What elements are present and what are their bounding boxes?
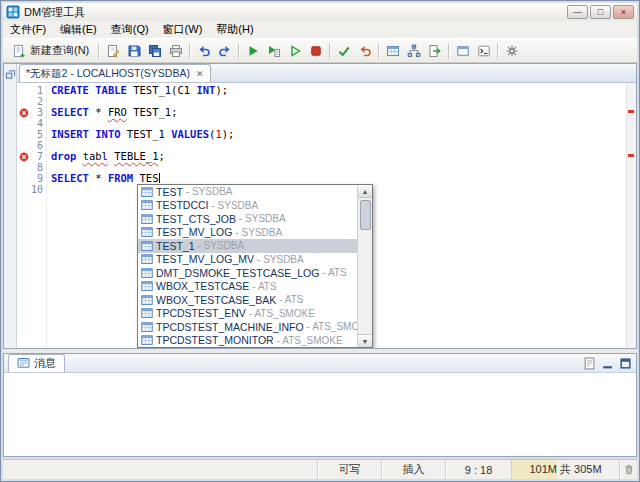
line-number: 6 (30, 140, 46, 151)
autocomplete-item-schema: - ATS (279, 294, 303, 305)
messages-panel: 消息 (3, 353, 637, 457)
tab-label: *无标题2 - LOCALHOST(SYSDBA) (26, 67, 190, 81)
overview-ruler[interactable] (626, 83, 636, 348)
redo-icon[interactable] (214, 40, 235, 61)
run-script-icon[interactable] (263, 40, 284, 61)
code-token: ); (222, 128, 235, 140)
scroll-down-icon[interactable]: ▼ (358, 334, 373, 347)
code-text: SELECT * FRO TEST_1; (46, 107, 177, 118)
table-icon (141, 321, 153, 333)
autocomplete-item[interactable]: TPCDSTEST_ENV - ATS_SMOKE (138, 307, 357, 321)
query-plan-icon[interactable] (403, 40, 424, 61)
code-text: CREATE TABLE TEST_1(C1 INT); (46, 85, 228, 96)
autocomplete-item[interactable]: TEST_MV_LOG_MV - SYSDBA (138, 253, 357, 267)
toolbar-separator (448, 43, 449, 59)
table-icon (141, 186, 153, 198)
save-all-icon[interactable] (144, 40, 165, 61)
stop-icon[interactable] (305, 40, 326, 61)
autocomplete-item[interactable]: TEST - SYSDBA (138, 185, 357, 199)
rollback-icon[interactable] (354, 40, 375, 61)
export-icon[interactable] (424, 40, 445, 61)
table-icon (141, 280, 153, 292)
autocomplete-item[interactable]: DMT_DSMOKE_TESTCASE_LOG - ATS (138, 266, 357, 280)
commit-icon[interactable] (333, 40, 354, 61)
code-line: 9SELECT * FROM TES (17, 173, 636, 184)
tab-messages[interactable]: 消息 (8, 354, 65, 372)
code-token: INSERT INTO (51, 128, 121, 140)
autocomplete-item-schema: - ATS (252, 281, 276, 292)
messages-header: 消息 (4, 354, 636, 373)
autocomplete-item-schema: - SYSDBA (235, 227, 282, 238)
autocomplete-item[interactable]: WBOX_TESTCASE_BAK - ATS (138, 293, 357, 307)
code-token: SELECT (51, 172, 89, 184)
autocomplete-item[interactable]: TEST_MV_LOG - SYSDBA (138, 226, 357, 240)
editor-tab-bar: *无标题2 - LOCALHOST(SYSDBA) ✕ (17, 64, 636, 83)
minimize-button[interactable]: — (567, 5, 588, 19)
tab-close-icon[interactable]: ✕ (196, 69, 204, 79)
autocomplete-item-schema: - SYSDBA (257, 254, 304, 265)
autocomplete-item-label: TPCDSTEST_MONITOR (156, 334, 274, 346)
sql-editor[interactable]: 1CREATE TABLE TEST_1(C1 INT);23SELECT * … (17, 83, 636, 348)
panel-doc-icon[interactable] (583, 356, 596, 369)
code-token: ; (159, 150, 165, 162)
toolbar-separator (98, 43, 99, 59)
run-selection-icon[interactable] (284, 40, 305, 61)
console-icon[interactable] (473, 40, 494, 61)
app-window: DM管理工具 — □ × 文件(F)编辑(E)查询(Q)窗口(W)帮助(H) 新… (0, 0, 640, 482)
heap-status: 101M 共 305M (511, 460, 619, 479)
line-number: 2 (30, 96, 46, 107)
restore-view-icon[interactable] (5, 66, 16, 77)
autocomplete-item[interactable]: WBOX_TESTCASE - ATS (138, 280, 357, 294)
autocomplete-scrollbar[interactable]: ▲ ▼ (357, 185, 372, 347)
new-window-icon[interactable] (452, 40, 473, 61)
table-icon (141, 334, 153, 346)
code-line: 3SELECT * FRO TEST_1; (17, 107, 636, 118)
status-empty-segment (3, 460, 317, 479)
garbage-collect-button[interactable] (619, 460, 637, 479)
autocomplete-popup: TEST - SYSDBATESTDCCI - SYSDBATEST_CTS_J… (137, 184, 373, 348)
line-number: 3 (30, 107, 46, 118)
tab-untitled2[interactable]: *无标题2 - LOCALHOST(SYSDBA) ✕ (19, 64, 211, 82)
toolbar: 新建查询(N) (3, 38, 637, 63)
autocomplete-item-label: TEST_MV_LOG_MV (156, 253, 254, 265)
error-ruler-mark[interactable] (628, 110, 634, 113)
result-grid-icon[interactable] (382, 40, 403, 61)
autocomplete-item[interactable]: TPCDSTEST_MONITOR - ATS_SMOKE (138, 334, 357, 348)
code-line: 1CREATE TABLE TEST_1(C1 INT); (17, 85, 636, 96)
autocomplete-item-schema: - SYSDBA (239, 213, 286, 224)
maximize-button[interactable]: □ (590, 5, 611, 19)
insert-mode-status: 插入 (381, 460, 445, 479)
autocomplete-item-schema: - ATS (322, 267, 346, 278)
autocomplete-item[interactable]: TPCDSTEST_MACHINE_INFO - ATS_SMOKE (138, 320, 357, 334)
code-text: INSERT INTO TEST_1 VALUES(1); (46, 129, 234, 140)
window-controls: — □ × (567, 5, 634, 19)
autocomplete-item-schema: - SYSDBA (198, 240, 245, 251)
code-token: SELECT (51, 106, 89, 118)
minimize-panel-icon[interactable] (601, 356, 614, 369)
print-icon[interactable] (165, 40, 186, 61)
autocomplete-item[interactable]: TESTDCCI - SYSDBA (138, 199, 357, 213)
autocomplete-item[interactable]: TEST_CTS_JOB - SYSDBA (138, 212, 357, 226)
menu-item-4[interactable]: 窗口(W) (156, 21, 210, 38)
menu-item-1[interactable]: 文件(F) (3, 21, 53, 38)
menu-item-3[interactable]: 查询(Q) (104, 21, 156, 38)
code-line: 7drop tabl TEBLE_1; (17, 151, 636, 162)
menu-item-2[interactable]: 编辑(E) (53, 21, 104, 38)
edit-doc-icon[interactable] (102, 40, 123, 61)
error-ruler-mark[interactable] (628, 154, 634, 157)
toolbar-separator (378, 43, 379, 59)
autocomplete-item[interactable]: TEST_1 - SYSDBA (138, 239, 357, 253)
messages-actions (583, 356, 632, 372)
undo-icon[interactable] (193, 40, 214, 61)
new-query-button[interactable]: 新建查询(N) (6, 40, 95, 61)
save-icon[interactable] (123, 40, 144, 61)
scrollbar-thumb[interactable] (360, 200, 371, 230)
close-button[interactable]: × (613, 5, 634, 19)
autocomplete-item-schema: - ATS_SMOKE (277, 335, 343, 346)
autocomplete-item-label: TPCDSTEST_MACHINE_INFO (156, 321, 304, 333)
run-icon[interactable] (242, 40, 263, 61)
menu-item-5[interactable]: 帮助(H) (209, 21, 260, 38)
scroll-up-icon[interactable]: ▲ (358, 185, 373, 198)
maximize-panel-icon[interactable] (619, 356, 632, 369)
settings-icon[interactable] (501, 40, 522, 61)
